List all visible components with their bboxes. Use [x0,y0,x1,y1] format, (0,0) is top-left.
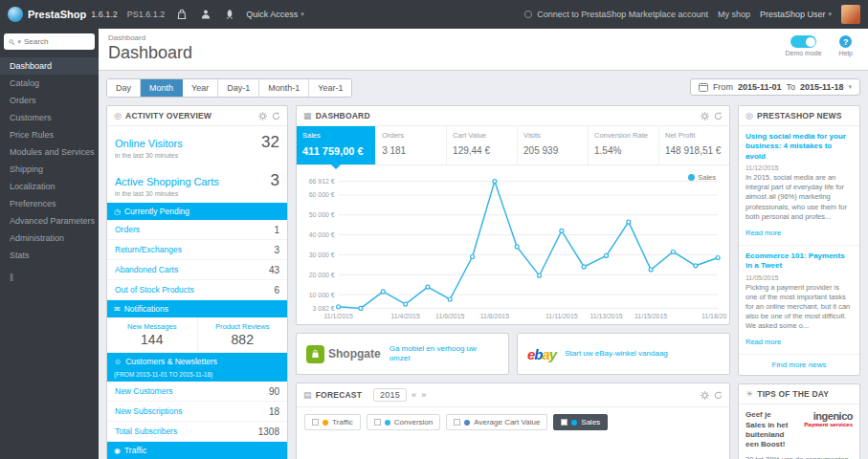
collapse-sidebar-icon[interactable]: ‖ [0,264,99,292]
svg-text:10 000 €: 10 000 € [309,292,335,298]
help-icon: ? [839,35,852,48]
toggle-sales[interactable]: Sales [553,414,608,430]
kpi-net-profit[interactable]: Net Profit 148 918,51 € [659,126,729,164]
period-day-1-button[interactable]: Day-1 [218,79,259,97]
ebay-promo-card[interactable]: ebay Start uw eBay-winkel vandaag [517,333,730,375]
kpi-orders[interactable]: Orders 3 181 [376,126,447,164]
pending-returns-link[interactable]: Return/Exchanges [115,245,182,254]
date-range-picker[interactable]: From 2015-11-01 To 2015-11-18 ▾ [690,78,860,96]
news-article-excerpt: Picking a payment provider is one of the… [746,283,853,332]
help-button[interactable]: ? Help [839,35,853,56]
read-more-link[interactable]: Read more [746,229,781,237]
kpi-visits[interactable]: Visits 205 939 [518,126,589,164]
sidebar-item-preferences[interactable]: Preferences [0,195,99,212]
caret-down-icon: ▾ [300,11,304,18]
kpi-cart-value[interactable]: Cart Value 129,44 € [447,126,518,164]
marketplace-link[interactable]: Connect to PrestaShop Marketplace accoun… [523,10,708,19]
rocket-icon[interactable] [222,8,236,22]
chart-legend[interactable]: Sales [688,173,716,182]
svg-text:11/1/2015: 11/1/2015 [323,313,352,319]
gear-icon[interactable] [701,391,709,400]
toggle-average-cart-value[interactable]: Average Cart Value [446,414,547,430]
refresh-icon[interactable] [272,112,280,120]
table-row: Return/Exchanges 3 [107,240,287,260]
news-article-title[interactable]: Ecommerce 101: Payments in a Tweet [746,251,853,272]
ebay-promo-link[interactable]: Start uw eBay-winkel vandaag [565,349,668,359]
search-input[interactable] [24,37,90,46]
gear-icon[interactable] [701,112,709,120]
table-row: Total Subscribers 1308 [107,422,287,442]
sales-chart-svg[interactable]: 66 912 €60 000 €50 000 €40 000 €30 000 €… [299,171,727,322]
quick-access-menu[interactable]: Quick Access ▾ [246,10,304,19]
svg-text:11/11/2015: 11/11/2015 [545,313,578,319]
refresh-icon[interactable] [714,391,723,400]
toggle-conversion[interactable]: Conversion [367,414,440,430]
sidebar-item-dashboard[interactable]: Dashboard [0,57,99,75]
refresh-icon[interactable] [714,112,723,120]
online-visitors-link[interactable]: Online Visitors [115,138,183,149]
traffic-title: Traffic [124,446,146,455]
forecast-chart-area [297,437,729,459]
tips-text: 30 tot 70% van de consumenten in Europa … [746,455,853,459]
abandoned-carts-link[interactable]: Abandoned Carts [115,265,178,274]
new-customers-link[interactable]: New Customers [115,386,172,396]
tips-panel-header: ☀ TIPS OF THE DAY [739,384,859,404]
kpi-conversion-rate[interactable]: Conversion Rate 1.54% [589,126,659,164]
shopgate-promo-link[interactable]: Ga mobiel en verhoog uw omzet [389,344,499,363]
period-month-1-button[interactable]: Month-1 [259,79,309,97]
user-menu[interactable]: PrestaShop User ▾ [760,10,832,19]
user-avatar[interactable] [841,5,860,24]
kpi-sales[interactable]: Sales 411 759,00 € [297,126,376,164]
employees-icon[interactable] [198,8,212,22]
shopgate-promo-card[interactable]: Shopgate Ga mobiel en verhoog uw omzet [296,333,509,375]
active-carts-link[interactable]: Active Shopping Carts [115,176,219,187]
prestashop-logo[interactable]: PrestaShop 1.6.1.2 [8,7,118,22]
read-more-link[interactable]: Read more [746,338,781,346]
news-article-title[interactable]: Using social media for your business: 4 … [746,132,853,162]
forecast-year-select[interactable]: 2015 [373,388,407,402]
period-month-button[interactable]: Month [141,79,183,97]
sidebar-item-customers[interactable]: Customers [0,109,99,126]
breadcrumb[interactable]: Dashboard [108,33,858,42]
search-scope-caret-icon[interactable]: ▾ [18,38,22,46]
sidebar-search[interactable]: ▾ [4,33,95,50]
period-year-1-button[interactable]: Year-1 [309,79,351,97]
tips-body: Geef je Sales in het buitenland een Boos… [739,404,859,459]
gear-icon[interactable] [258,112,267,120]
sidebar-item-advanced-parameters[interactable]: Advanced Parameters [0,212,99,230]
forecast-panel-header: ▤ FORECAST 2015 « » [297,383,729,407]
cart-icon[interactable] [174,8,189,22]
sidebar-item-price-rules[interactable]: Price Rules [0,126,99,143]
out-of-stock-link[interactable]: Out of Stock Products [115,285,194,295]
prev-year-icon[interactable]: « [412,390,416,400]
toggle-traffic-label: Traffic [332,418,353,426]
next-year-icon[interactable]: » [421,390,426,400]
demo-mode-toggle[interactable]: Demo mode [785,35,821,56]
svg-text:60 000 €: 60 000 € [309,191,335,198]
sidebar-item-modules[interactable]: Modules and Services [0,143,99,161]
pending-icon: ◷ [114,208,121,216]
sidebar-item-localization[interactable]: Localization [0,178,99,195]
sidebar-item-administration[interactable]: Administration [0,230,99,247]
find-more-news-link[interactable]: Find more news [739,355,859,375]
new-messages-cell[interactable]: New Messages 144 [107,317,197,352]
sidebar-item-catalog[interactable]: Catalog [0,75,99,92]
pending-orders-link[interactable]: Orders [115,225,140,234]
dashboard-icon: ▦ [303,111,312,120]
sidebar-item-stats[interactable]: Stats [0,247,99,264]
sidebar-item-shipping[interactable]: Shipping [0,161,99,178]
news-article-excerpt: In 2015, social media are an integral pa… [746,173,853,222]
period-day-button[interactable]: Day [107,79,141,97]
product-reviews-cell[interactable]: Product Reviews 882 [197,317,288,352]
forecast-panel-title: FORECAST [316,390,362,400]
ebay-letter: b [534,346,542,362]
kpi-sales-value: 411 759,00 € [302,145,369,157]
period-year-button[interactable]: Year [183,79,218,97]
total-subscribers-link[interactable]: Total Subscribers [115,426,177,436]
new-subscriptions-link[interactable]: New Subscriptions [115,406,182,416]
total-subscribers-value: 1308 [258,426,279,437]
toggle-traffic[interactable]: Traffic [304,414,361,430]
my-shop-link[interactable]: My shop [718,10,750,19]
sidebar-item-orders[interactable]: Orders [0,92,99,109]
notifications-title: Notifications [124,304,168,314]
